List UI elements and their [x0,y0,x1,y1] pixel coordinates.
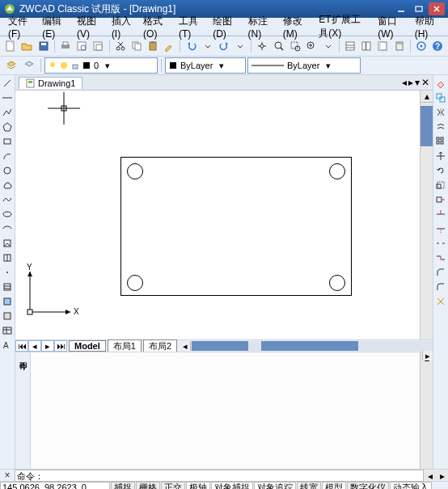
undo-dropdown-icon[interactable] [201,38,215,54]
zoom-realtime-icon[interactable] [272,38,286,54]
layout-prev-icon[interactable]: ◂ [28,340,41,352]
menu-draw[interactable]: 绘图(D) [208,13,243,41]
command-input[interactable]: 命令： [15,470,424,482]
break-icon[interactable] [434,237,447,250]
layout-last-icon[interactable]: ⏭ [54,340,67,352]
polyline-icon[interactable] [1,106,14,119]
menu-file[interactable]: 文件(F) [3,13,37,41]
mtext-icon[interactable]: A [1,339,14,352]
stretch-icon[interactable] [434,193,447,206]
status-model[interactable]: 模型 [322,482,346,489]
tab-close-icon[interactable]: ✕ [421,77,429,88]
spline-icon[interactable] [1,193,14,206]
status-tablet[interactable]: 数字化仪 [347,482,389,489]
polygon-icon[interactable] [1,120,14,133]
explode-icon[interactable] [434,295,447,308]
design-center-icon[interactable] [359,38,374,54]
print-preview-icon[interactable] [74,38,89,54]
rectangle-icon[interactable] [1,135,14,148]
clean-screen-icon[interactable] [414,38,429,54]
menu-view[interactable]: 视图(V) [72,13,107,41]
menu-window[interactable]: 窗口(W) [373,13,409,41]
zoom-dropdown-icon[interactable] [320,38,335,54]
status-dyn[interactable]: 动态输入 [390,482,432,489]
print-icon[interactable] [58,38,73,54]
status-osnap[interactable]: 对象捕捉 [211,482,253,489]
menu-dim[interactable]: 标注(N) [243,13,278,41]
layout-next-icon[interactable]: ▸ [41,340,54,352]
revcloud-icon[interactable] [1,179,14,192]
command-log[interactable] [31,352,420,469]
xline-icon[interactable] [1,91,14,104]
menu-insert[interactable]: 插入(I) [107,13,138,41]
menu-help[interactable]: 帮助(H) [410,13,445,41]
layer-combo[interactable]: 0 ▾ [44,57,158,74]
tab-menu-icon[interactable]: ▾ [415,77,420,88]
line-icon[interactable] [1,77,14,90]
layer-manager-icon[interactable] [3,57,19,74]
trim-icon[interactable] [434,208,447,221]
cut-icon[interactable] [112,38,127,54]
status-snap[interactable]: 捕捉 [111,482,135,489]
rotate-icon[interactable] [434,164,447,177]
circle-icon[interactable] [1,164,14,177]
scale-icon[interactable] [434,179,447,192]
arc-icon[interactable] [1,150,14,162]
extend-icon[interactable] [434,222,447,235]
fillet-icon[interactable] [434,280,447,293]
linetype-combo[interactable]: ByLayer ▾ [247,57,361,74]
open-icon[interactable] [19,38,34,54]
menu-modify[interactable]: 修改(M) [278,13,314,41]
coordinates-readout[interactable]: 145.0626, 98.2623, 0 [0,482,110,489]
tool-palettes-icon[interactable] [375,38,390,54]
new-icon[interactable] [3,38,18,54]
drawing-canvas[interactable]: X Y [15,91,420,339]
status-grid[interactable]: 栅格 [136,482,160,489]
offset-icon[interactable] [434,120,447,133]
tab-model[interactable]: Model [69,340,106,352]
point-icon[interactable] [1,266,14,279]
mirror-icon[interactable] [434,106,447,119]
properties-icon[interactable] [343,38,357,54]
status-ortho[interactable]: 正交 [161,482,185,489]
zoom-window-icon[interactable] [288,38,302,54]
undo-icon[interactable] [184,38,198,54]
layer-prev-icon[interactable] [21,57,37,74]
tab-layout1[interactable]: 布局1 [108,339,142,353]
table-icon[interactable] [1,324,14,337]
ellipse-arc-icon[interactable] [1,222,14,235]
command-scrollbar[interactable]: ▴ [420,352,433,469]
save-icon[interactable] [36,38,51,54]
document-tab[interactable]: Drawing1 [19,77,82,89]
block-insert-icon[interactable] [1,237,14,250]
match-prop-icon[interactable] [162,38,176,54]
color-combo[interactable]: ByLayer ▾ [165,57,246,74]
command-close-icon[interactable]: × [0,470,15,481]
erase-icon[interactable] [434,77,447,90]
ellipse-icon[interactable] [1,208,14,221]
paste-icon[interactable] [146,38,160,54]
region-icon[interactable] [1,310,14,322]
copy-icon[interactable] [129,38,144,54]
layout-first-icon[interactable]: ⏮ [15,340,28,352]
pan-icon[interactable] [255,38,269,54]
chamfer-icon[interactable] [434,266,447,279]
copy-obj-icon[interactable] [434,91,447,104]
redo-icon[interactable] [217,38,231,54]
redo-dropdown-icon[interactable] [233,38,247,54]
join-icon[interactable] [434,251,447,264]
status-lweight[interactable]: 线宽 [297,482,321,489]
menu-tools[interactable]: 工具(T) [174,13,208,41]
block-make-icon[interactable] [1,251,14,264]
status-otrack[interactable]: 对象追踪 [254,482,296,489]
vertical-scrollbar[interactable]: ▴ [420,91,433,339]
command-hscroll[interactable]: ◂▸ [424,470,448,480]
tab-layout2[interactable]: 布局2 [143,339,177,353]
horizontal-scrollbar[interactable]: ◂ ▸ [180,341,433,351]
hatch-icon[interactable] [1,280,14,293]
tab-prev-icon[interactable]: ◂ [402,77,407,88]
menu-edit[interactable]: 编辑(E) [37,13,72,41]
help-icon[interactable]: ? [430,38,445,54]
tab-next-icon[interactable]: ▸ [408,77,413,88]
status-polar[interactable]: 极轴 [186,482,210,489]
